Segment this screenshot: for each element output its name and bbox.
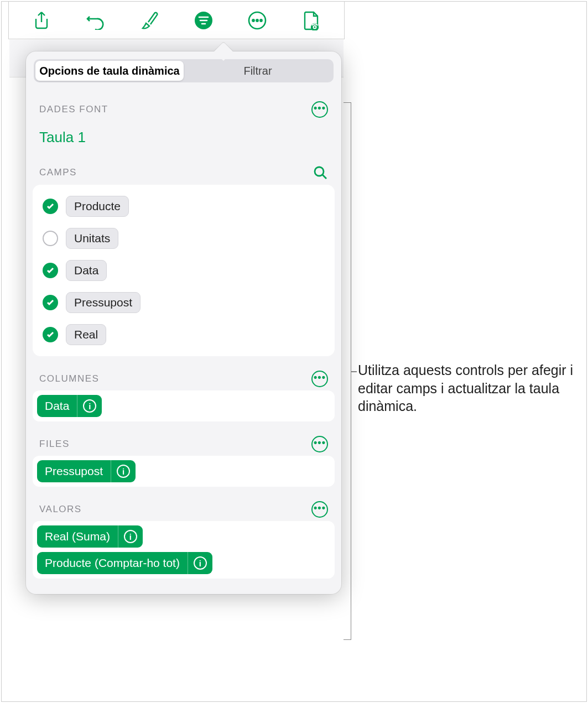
field-row[interactable]: Real xyxy=(40,319,327,351)
format-brush-icon[interactable] xyxy=(136,7,163,34)
chip-info-icon[interactable]: i xyxy=(111,460,136,482)
chip-info-icon[interactable]: i xyxy=(77,395,102,417)
field-checkbox[interactable] xyxy=(43,327,58,342)
rows-heading: FILES xyxy=(39,439,70,450)
source-table-name[interactable]: Taula 1 xyxy=(26,121,341,146)
svg-line-11 xyxy=(322,175,326,179)
chip-label: Pressupost xyxy=(37,460,111,482)
rows-well[interactable]: Pressupost i xyxy=(33,456,335,487)
field-row[interactable]: Producte xyxy=(40,190,327,222)
app-frame: Opcions de taula dinàmica Filtrar DADES … xyxy=(1,1,587,702)
value-chip[interactable]: Real (Suma) i xyxy=(37,525,143,548)
columns-heading: COLUMNES xyxy=(39,373,99,384)
columns-more-icon[interactable]: ••• xyxy=(311,371,328,387)
callout-leader-line xyxy=(351,371,357,372)
field-checkbox[interactable] xyxy=(43,199,58,214)
field-label[interactable]: Pressupost xyxy=(66,292,141,313)
callout-bracket xyxy=(344,102,351,640)
field-checkbox[interactable] xyxy=(43,231,58,246)
svg-point-6 xyxy=(257,19,258,21)
fields-list: Producte Unitats Data Pressupost Real xyxy=(33,185,335,356)
chip-info-icon[interactable]: i xyxy=(188,552,212,574)
svg-point-5 xyxy=(253,19,254,21)
pivot-options-icon[interactable] xyxy=(190,7,217,34)
popover-segmented-control: Opcions de taula dinàmica Filtrar xyxy=(34,59,334,82)
fields-heading: CAMPS xyxy=(39,167,77,178)
values-more-icon[interactable]: ••• xyxy=(311,501,328,518)
field-row[interactable]: Unitats xyxy=(40,222,327,254)
values-well[interactable]: Real (Suma) i Producte (Comptar-ho tot) … xyxy=(33,521,335,579)
chip-label: Real (Suma) xyxy=(37,525,118,548)
undo-icon[interactable] xyxy=(82,7,108,34)
more-icon[interactable] xyxy=(244,7,270,34)
field-row[interactable]: Data xyxy=(40,254,327,287)
search-fields-icon[interactable] xyxy=(313,165,328,180)
columns-well[interactable]: Data i xyxy=(33,390,335,421)
value-chip[interactable]: Producte (Comptar-ho tot) i xyxy=(37,552,212,574)
source-data-heading: DADES FONT xyxy=(39,104,108,115)
column-chip[interactable]: Data i xyxy=(37,395,102,417)
tab-filter[interactable]: Filtrar xyxy=(184,61,332,81)
svg-point-7 xyxy=(261,19,262,21)
chip-label: Producte (Comptar-ho tot) xyxy=(37,552,188,574)
main-toolbar xyxy=(8,2,345,39)
chip-label: Data xyxy=(37,395,77,417)
pivot-options-popover: Opcions de taula dinàmica Filtrar DADES … xyxy=(26,51,341,594)
source-more-icon[interactable]: ••• xyxy=(311,101,328,118)
callout-text: Utilitza aquests controls per afegir i e… xyxy=(358,361,574,415)
field-checkbox[interactable] xyxy=(43,263,58,278)
tab-pivot-options[interactable]: Opcions de taula dinàmica xyxy=(35,61,184,81)
share-icon[interactable] xyxy=(28,7,55,34)
document-view-icon[interactable] xyxy=(298,7,325,34)
chip-info-icon[interactable]: i xyxy=(118,525,143,548)
values-heading: VALORS xyxy=(39,504,82,515)
field-row[interactable]: Pressupost xyxy=(40,287,327,319)
field-label[interactable]: Unitats xyxy=(66,228,118,249)
svg-point-10 xyxy=(315,167,324,176)
field-label[interactable]: Real xyxy=(66,324,106,345)
field-label[interactable]: Data xyxy=(66,260,107,281)
field-label[interactable]: Producte xyxy=(66,196,129,217)
row-chip[interactable]: Pressupost i xyxy=(37,460,136,482)
rows-more-icon[interactable]: ••• xyxy=(311,436,328,452)
field-checkbox[interactable] xyxy=(43,295,58,310)
